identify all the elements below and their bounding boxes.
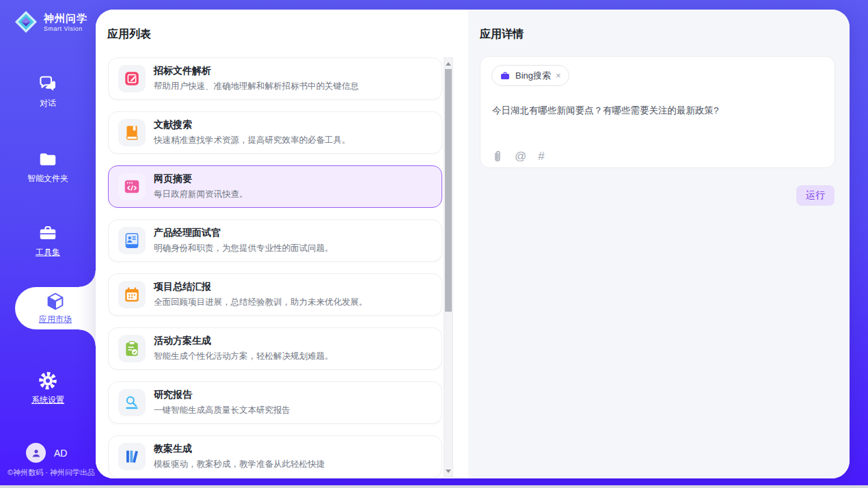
app-list-title: 应用列表 xyxy=(107,27,151,42)
app-list-item[interactable]: 项目总结汇报 全面回顾项目进展，总结经验教训，助力未来优化发展。 xyxy=(108,273,442,316)
at-icon[interactable]: @ xyxy=(515,150,526,163)
app-list: 招标文件解析 帮助用户快速、准确地理解和解析招标书中的关键信息 文献搜索 快速精… xyxy=(108,57,442,478)
sidebar-item-smart-folder[interactable]: 智能文件夹 xyxy=(0,149,96,185)
diamond-logo-icon xyxy=(14,10,38,34)
toolbox-icon xyxy=(38,223,58,243)
sidebar-item-label: 工具集 xyxy=(36,247,60,258)
tool-chip-label: Bing搜索 xyxy=(515,70,551,82)
app-item-title: 招标文件解析 xyxy=(154,65,359,77)
app-list-item[interactable]: 文献搜索 快速精准查找学术资源，提高研究效率的必备工具。 xyxy=(108,111,442,154)
app-detail-title: 应用详情 xyxy=(480,27,524,42)
attachment-toolbar: @ # xyxy=(492,150,545,163)
app-item-description: 快速精准查找学术资源，提高研究效率的必备工具。 xyxy=(154,135,351,146)
app-list-item[interactable]: 产品经理面试官 明确身份和职责，为您提供专业性的面试问题。 xyxy=(108,219,442,262)
app-item-description: 智能生成个性化活动方案，轻松解决规划难题。 xyxy=(154,351,334,362)
sidebar-item-app-market[interactable]: 应用市场 xyxy=(15,287,96,329)
user-avatar-icon xyxy=(30,447,42,459)
briefcase-icon xyxy=(500,70,511,81)
lesson-plan-icon xyxy=(118,443,146,470)
activity-plan-icon xyxy=(118,335,146,362)
user-name: AD xyxy=(54,448,67,459)
scrollbar-thumb[interactable] xyxy=(445,69,452,312)
sidebar-item-chat[interactable]: 对话 xyxy=(0,74,96,109)
logo-text: 神州问学 Smart Vision xyxy=(44,12,87,32)
user-account[interactable]: AD xyxy=(26,443,67,463)
folder-icon xyxy=(38,149,58,170)
run-button[interactable]: 运行 xyxy=(796,185,835,206)
sidebar-item-label: 对话 xyxy=(40,98,56,109)
app-list-item[interactable]: 研究报告 一键智能生成高质量长文本研究报告 xyxy=(108,381,442,424)
app-item-title: 项目总结汇报 xyxy=(154,281,368,293)
sidebar-item-label: 应用市场 xyxy=(39,314,72,325)
app-item-description: 一键智能生成高质量长文本研究报告 xyxy=(154,405,290,416)
paperclip-icon[interactable] xyxy=(492,150,503,163)
copyright-text: ©神州数码 · 神州问学出品 xyxy=(0,467,103,478)
tool-chip-bing-search[interactable]: Bing搜索 × xyxy=(491,65,569,86)
app-list-panel: 应用列表 招标文件解析 帮助用户快速、准确地理解和解析招标书中的关键信息 文献搜… xyxy=(96,10,468,478)
app-item-title: 研究报告 xyxy=(154,389,290,401)
literature-search-icon xyxy=(118,119,146,146)
app-item-description: 每日政府新闻资讯快查。 xyxy=(154,189,248,200)
app-item-title: 产品经理面试官 xyxy=(154,227,334,239)
web-summary-icon xyxy=(118,173,146,200)
hash-icon[interactable]: # xyxy=(538,150,544,163)
app-item-description: 全面回顾项目进展，总结经验教训，助力未来优化发展。 xyxy=(154,297,368,308)
chat-icon xyxy=(38,74,58,94)
pm-interviewer-icon xyxy=(118,227,146,254)
app-list-item[interactable]: 网页摘要 每日政府新闻资讯快查。 xyxy=(108,165,442,208)
app-list-item[interactable]: 活动方案生成 智能生成个性化活动方案，轻松解决规划难题。 xyxy=(108,327,442,370)
app-subtitle: Smart Vision xyxy=(44,25,87,32)
app-item-title: 网页摘要 xyxy=(154,173,248,185)
scrollbar[interactable] xyxy=(444,57,453,477)
main-content: 应用列表 招标文件解析 帮助用户快速、准确地理解和解析招标书中的关键信息 文献搜… xyxy=(96,10,850,478)
bid-doc-analysis-icon xyxy=(118,65,146,92)
research-report-icon xyxy=(118,389,146,416)
app-logo: 神州问学 Smart Vision xyxy=(14,10,87,34)
app-item-title: 教案生成 xyxy=(154,443,325,455)
app-item-description: 帮助用户快速、准确地理解和解析招标书中的关键信息 xyxy=(154,81,359,92)
sidebar-item-toolset[interactable]: 工具集 xyxy=(0,223,96,258)
sidebar-item-settings[interactable]: 系统设置 xyxy=(0,370,96,406)
app-list-item[interactable]: 教案生成 模板驱动，教案秒成，教学准备从此轻松快捷 xyxy=(108,435,442,478)
sidebar-item-label: 系统设置 xyxy=(31,394,64,406)
close-icon[interactable]: × xyxy=(556,71,561,80)
prompt-card: Bing搜索 × 今日湖北有哪些新闻要点？有哪些需要关注的最新政策? @ # xyxy=(480,56,835,168)
app-title: 神州问学 xyxy=(44,12,87,25)
gear-icon xyxy=(38,370,58,391)
avatar[interactable] xyxy=(26,443,46,463)
query-text[interactable]: 今日湖北有哪些新闻要点？有哪些需要关注的最新政策? xyxy=(492,105,820,117)
app-item-description: 模板驱动，教案秒成，教学准备从此轻松快捷 xyxy=(154,459,325,470)
sidebar-item-label: 智能文件夹 xyxy=(27,173,68,185)
app-item-title: 活动方案生成 xyxy=(154,335,334,347)
sidebar: 神州问学 Smart Vision 对话 智能文件夹 工具集 xyxy=(0,0,96,488)
cube-icon xyxy=(45,291,66,312)
scrollbar-down-arrow[interactable] xyxy=(444,467,452,475)
app-detail-panel: 应用详情 Bing搜索 × 今日湖北有哪些新闻要点？有哪些需要关注的最新政策? xyxy=(468,10,850,478)
app-item-description: 明确身份和职责，为您提供专业性的面试问题。 xyxy=(154,243,334,254)
app-item-title: 文献搜索 xyxy=(154,119,351,131)
app-list-item[interactable]: 招标文件解析 帮助用户快速、准确地理解和解析招标书中的关键信息 xyxy=(108,57,442,100)
project-summary-icon xyxy=(118,281,146,308)
scrollbar-up-arrow[interactable] xyxy=(444,59,452,68)
bottom-edge xyxy=(0,485,868,488)
